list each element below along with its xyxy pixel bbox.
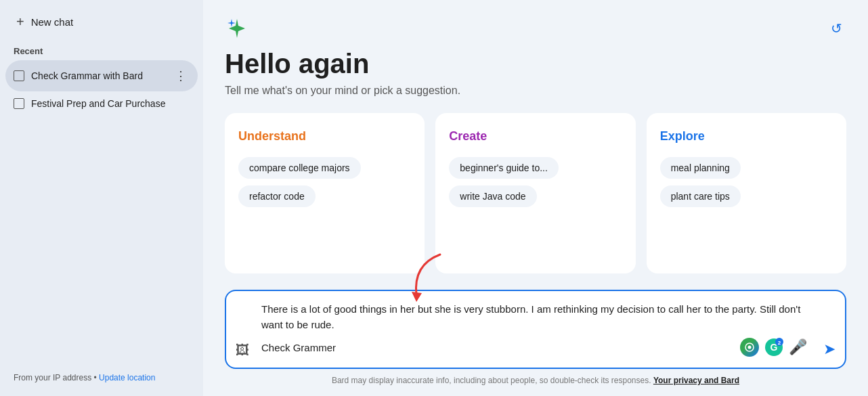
disclaimer-text: Bard may display inaccurate info, includ… <box>332 376 651 385</box>
google-lens-button[interactable] <box>740 338 759 357</box>
refresh-icon: ↺ <box>831 21 842 36</box>
image-attach-button[interactable]: 🖼 <box>236 343 249 358</box>
input-bottom-text[interactable]: Check Grammer <box>261 342 336 353</box>
image-icon: 🖼 <box>236 343 249 357</box>
sidebar-item-label: Check Grammar with Bard <box>31 70 165 81</box>
svg-text:2: 2 <box>778 340 781 346</box>
explore-card: Explore meal planning plant care tips <box>647 113 846 273</box>
chip-refactor-code[interactable]: refactor code <box>238 185 316 207</box>
greeting-heading: Hello again <box>225 49 846 79</box>
grammarly-button[interactable]: G 2 <box>764 338 783 357</box>
send-icon: ➤ <box>823 340 836 357</box>
sidebar: + New chat Recent Check Grammar with Bar… <box>0 0 203 396</box>
chip-write-java[interactable]: write Java code <box>449 185 536 207</box>
bard-star-icon <box>225 16 249 41</box>
chip-meal-planning[interactable]: meal planning <box>660 157 741 179</box>
explore-card-title: Explore <box>660 129 833 144</box>
understand-card: Understand compare college majors refact… <box>225 113 425 273</box>
plus-icon: + <box>16 15 24 28</box>
sidebar-footer: From your IP address • Update location <box>5 368 198 388</box>
disclaimer: Bard may display inaccurate info, includ… <box>225 376 846 385</box>
understand-card-title: Understand <box>238 129 411 144</box>
new-chat-button[interactable]: + New chat <box>5 8 198 35</box>
mic-icon: 🎤 <box>789 338 807 355</box>
google-lens-icon <box>744 342 755 353</box>
grammarly-icon: G 2 <box>764 338 783 357</box>
more-options-icon[interactable]: ⋮ <box>172 67 190 85</box>
microphone-button[interactable]: 🎤 <box>789 338 807 356</box>
sidebar-item-check-grammar[interactable]: Check Grammar with Bard ⋮ <box>5 60 198 91</box>
create-card-title: Create <box>449 129 622 144</box>
subtitle-text: Tell me what's on your mind or pick a su… <box>225 85 846 97</box>
main-content: ↺ Hello again Tell me what's on your min… <box>203 0 868 396</box>
privacy-link[interactable]: Your privacy and Bard <box>653 376 739 385</box>
sidebar-item-label: Festival Prep and Car Purchase <box>31 98 190 109</box>
update-location-link[interactable]: Update location <box>99 373 155 382</box>
refresh-button[interactable]: ↺ <box>827 16 846 41</box>
chip-compare-college[interactable]: compare college majors <box>238 157 361 179</box>
svg-point-2 <box>748 346 752 349</box>
bard-logo <box>225 16 249 43</box>
chip-beginners-guide[interactable]: beginner's guide to... <box>449 157 559 179</box>
create-card: Create beginner's guide to... write Java… <box>435 113 635 273</box>
main-header: ↺ <box>225 16 846 43</box>
footer-dot: • <box>94 373 100 382</box>
input-box[interactable]: There is a lot of good things in her but… <box>225 290 846 369</box>
send-button[interactable]: ➤ <box>823 340 836 358</box>
new-chat-label: New chat <box>31 16 74 28</box>
chat-icon <box>14 70 24 81</box>
chip-plant-care[interactable]: plant care tips <box>660 185 741 207</box>
chat-icon <box>14 98 24 109</box>
sidebar-item-festival-prep[interactable]: Festival Prep and Car Purchase <box>5 91 198 116</box>
input-main-text: There is a lot of good things in her but… <box>261 302 807 332</box>
input-area: There is a lot of good things in her but… <box>225 290 846 369</box>
input-actions: G 2 🎤 <box>740 338 807 357</box>
recent-label: Recent <box>5 41 198 60</box>
footer-text: From your IP address <box>14 373 91 382</box>
input-bottom-row: Check Grammer G 2 <box>261 338 807 357</box>
suggestion-cards: Understand compare college majors refact… <box>225 113 846 273</box>
